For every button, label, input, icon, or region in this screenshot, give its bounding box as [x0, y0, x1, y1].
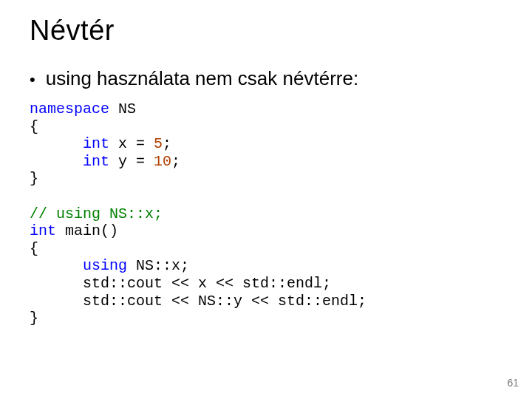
code-number: 5 — [154, 135, 163, 152]
code-keyword: using — [83, 257, 127, 274]
code-text: ; — [163, 135, 171, 152]
code-text: std::cout << x << std::endl; — [30, 275, 331, 292]
code-text: y = — [109, 153, 154, 170]
code-keyword: namespace — [30, 100, 109, 117]
code-text: x = — [109, 135, 154, 152]
code-keyword: int — [30, 222, 56, 239]
code-text: { — [30, 118, 38, 135]
code-keyword: int — [83, 135, 109, 152]
code-block: namespace NS { int x = 5; int y = 10; } … — [30, 100, 502, 327]
bullet-dot-icon: • — [30, 72, 35, 88]
slide: Névtér • using használata nem csak névté… — [0, 0, 532, 399]
code-indent — [30, 153, 83, 170]
page-number: 61 — [507, 377, 519, 389]
page-title: Névtér — [30, 15, 502, 47]
bullet-item: • using használata nem csak névtérre: — [30, 67, 502, 90]
code-text: NS — [109, 100, 136, 117]
code-text: main() — [56, 222, 118, 239]
code-indent — [30, 135, 83, 152]
code-text: } — [30, 310, 38, 327]
code-number: 10 — [154, 153, 171, 170]
code-indent — [30, 257, 83, 274]
code-text: ; — [171, 153, 180, 170]
code-text: { — [30, 240, 38, 257]
bullet-text: using használata nem csak névtérre: — [46, 67, 358, 90]
code-text: } — [30, 170, 38, 187]
code-text: NS::x; — [127, 257, 189, 274]
code-keyword: int — [83, 153, 109, 170]
code-text: std::cout << NS::y << std::endl; — [30, 293, 366, 310]
code-comment: // using NS::x; — [30, 205, 163, 222]
